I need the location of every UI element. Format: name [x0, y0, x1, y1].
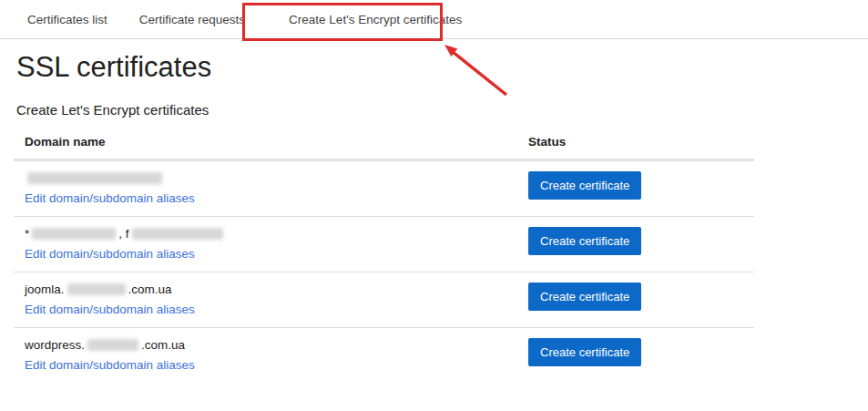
- edit-aliases-link[interactable]: Edit domain/subdomain aliases: [25, 358, 195, 372]
- redacted-domain-blur: [132, 228, 223, 240]
- table-header-row: Domain name Status: [14, 131, 754, 161]
- create-certificate-button[interactable]: Create certificate: [528, 227, 641, 255]
- domain-cell: *, fEdit domain/subdomain aliases: [14, 226, 528, 262]
- domain-text: *: [25, 227, 29, 241]
- certificates-table: Domain name Status Edit domain/subdomain…: [14, 131, 754, 383]
- create-certificate-button[interactable]: Create certificate: [528, 171, 641, 200]
- domain-name: *, f: [25, 226, 528, 241]
- redacted-domain-blur: [87, 339, 138, 351]
- page-title: SSL certificates: [16, 51, 868, 84]
- domain-text: wordpress.: [25, 338, 85, 352]
- edit-aliases-link[interactable]: Edit domain/subdomain aliases: [25, 247, 195, 261]
- status-cell: Create certificate: [528, 226, 754, 255]
- status-cell: Create certificate: [528, 337, 754, 366]
- domain-name: joomla..com.ua: [25, 282, 528, 297]
- table-row: Edit domain/subdomain aliasesCreate cert…: [14, 161, 754, 217]
- table-row: *, fEdit domain/subdomain aliasesCreate …: [14, 217, 754, 272]
- tab-certificates-list[interactable]: Certificates list: [16, 13, 118, 26]
- create-certificate-button[interactable]: Create certificate: [528, 283, 641, 311]
- redacted-domain-blur: [67, 283, 126, 295]
- tab-create-lets-encrypt[interactable]: Create Let's Encrypt certificates: [278, 13, 473, 26]
- domain-name: wordpress..com.ua: [25, 337, 528, 353]
- domain-text: .com.ua: [141, 338, 185, 352]
- edit-aliases-link[interactable]: Edit domain/subdomain aliases: [25, 303, 195, 316]
- domain-cell: wordpress..com.uaEdit domain/subdomain a…: [14, 337, 528, 373]
- domain-text: .com.ua: [128, 283, 172, 296]
- domain-cell: joomla..com.uaEdit domain/subdomain alia…: [14, 282, 528, 317]
- domain-cell: Edit domain/subdomain aliases: [14, 170, 528, 206]
- domain-text: , f: [118, 227, 128, 241]
- redacted-domain-blur: [27, 172, 162, 184]
- table-row: joomla..com.uaEdit domain/subdomain alia…: [14, 272, 754, 328]
- column-header-status: Status: [528, 135, 754, 149]
- page-subtitle: Create Let's Encrypt certificates: [16, 102, 868, 118]
- domain-text: joomla.: [25, 283, 65, 296]
- table-body: Edit domain/subdomain aliasesCreate cert…: [14, 161, 754, 383]
- status-cell: Create certificate: [528, 282, 754, 311]
- redacted-domain-blur: [32, 228, 116, 240]
- column-header-domain: Domain name: [14, 135, 528, 149]
- status-cell: Create certificate: [528, 170, 754, 200]
- create-certificate-button[interactable]: Create certificate: [528, 338, 641, 366]
- edit-aliases-link[interactable]: Edit domain/subdomain aliases: [25, 191, 195, 205]
- table-row: wordpress..com.uaEdit domain/subdomain a…: [14, 328, 754, 383]
- tab-certificate-requests[interactable]: Certificate requests: [128, 13, 256, 26]
- tab-bar: Certificates list Certificate requests C…: [0, 0, 868, 39]
- domain-name: [25, 170, 528, 186]
